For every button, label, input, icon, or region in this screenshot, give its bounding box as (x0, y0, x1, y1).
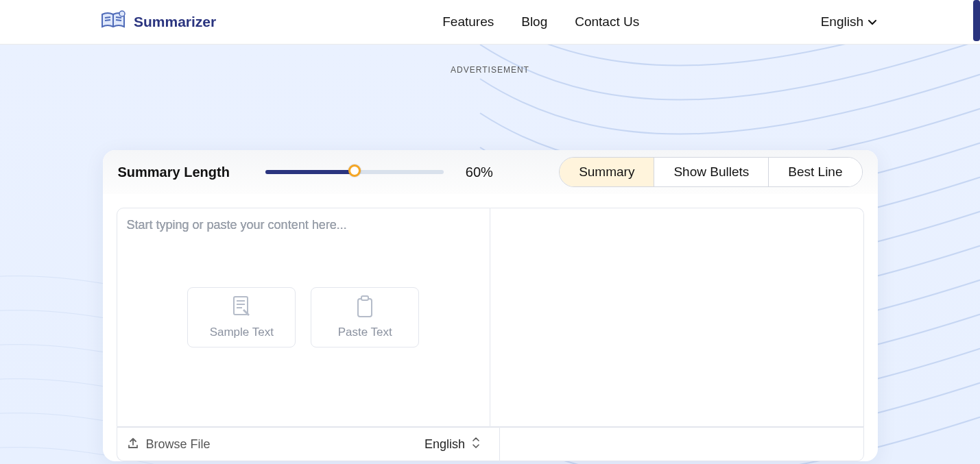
editor-bottom-bar: Browse File English (103, 427, 878, 461)
tab-summary[interactable]: Summary (560, 158, 654, 186)
svg-line-1 (105, 17, 110, 18)
paste-text-label: Paste Text (338, 326, 392, 339)
language-label: English (821, 14, 863, 29)
svg-line-3 (116, 17, 121, 18)
brand-name: Summarizer (134, 14, 216, 30)
slider-fill (265, 170, 355, 174)
svg-line-2 (105, 20, 110, 21)
summarizer-card: Summary Length 60% Summary Show Bullets … (103, 150, 878, 461)
tab-best-line[interactable]: Best Line (769, 158, 861, 186)
browse-file-button[interactable]: Browse File (127, 437, 211, 452)
language-selector[interactable]: English (821, 14, 877, 29)
output-footer (499, 427, 864, 461)
nav-contact[interactable]: Contact Us (575, 14, 639, 29)
output-language-label: English (425, 437, 465, 452)
output-mode-tabs: Summary Show Bullets Best Line (559, 157, 862, 187)
advertisement-label: ADVERTISEMENT (0, 65, 980, 75)
sort-icon (472, 437, 480, 452)
nav-features[interactable]: Features (442, 14, 494, 29)
slider-thumb[interactable] (348, 164, 361, 177)
card-controls: Summary Length 60% Summary Show Bullets … (103, 150, 878, 194)
document-icon (231, 295, 252, 321)
tab-show-bullets[interactable]: Show Bullets (654, 158, 769, 186)
sample-text-label: Sample Text (210, 326, 274, 339)
input-pane: Start typing or paste your content here.… (117, 208, 491, 427)
svg-rect-10 (358, 299, 372, 317)
summary-length-label: Summary Length (118, 164, 230, 180)
svg-rect-11 (361, 296, 368, 300)
editor-panes: Start typing or paste your content here.… (103, 194, 878, 427)
output-language-selector[interactable]: English (425, 437, 490, 452)
nav-blog[interactable]: Blog (521, 14, 547, 29)
browse-file-label: Browse File (146, 437, 211, 452)
site-header: Summarizer Features Blog Contact Us Engl… (0, 0, 980, 45)
book-icon (99, 10, 127, 34)
chevron-down-icon (868, 14, 877, 29)
sample-text-button[interactable]: Sample Text (187, 287, 296, 347)
svg-point-5 (119, 11, 125, 16)
summary-length-slider[interactable] (265, 165, 444, 179)
paste-text-button[interactable]: Paste Text (311, 287, 419, 347)
svg-line-4 (116, 20, 121, 21)
summary-length-value: 60% (466, 164, 493, 180)
primary-nav: Features Blog Contact Us (442, 14, 639, 29)
upload-icon (127, 437, 139, 452)
clipboard-icon (355, 295, 374, 321)
page-scrollbar[interactable] (973, 0, 980, 41)
input-quick-actions: Sample Text Paste Text (187, 287, 420, 347)
input-footer: Browse File English (117, 427, 500, 461)
output-pane (490, 208, 864, 427)
brand-logo[interactable]: Summarizer (99, 10, 216, 34)
